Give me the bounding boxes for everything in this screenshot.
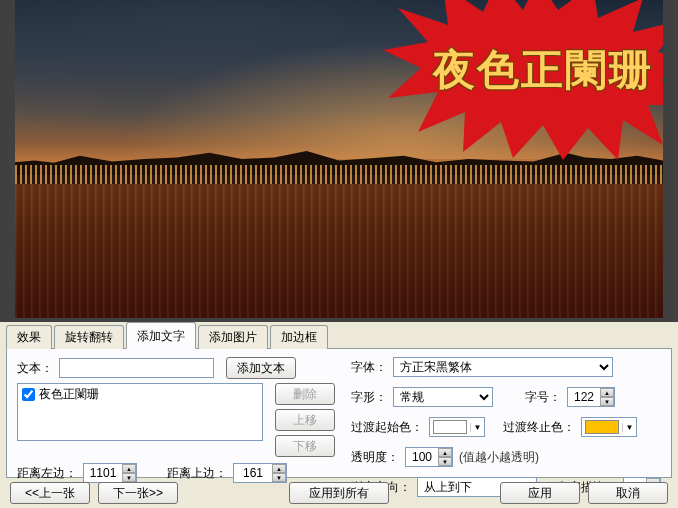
grad-end-label: 过渡终止色：	[503, 419, 575, 436]
apply-button[interactable]: 应用	[500, 482, 580, 504]
settings-panel: 文本： 添加文本 夜色正闌珊 删除 上移 下移 距离左边：	[6, 348, 672, 478]
dist-left-input[interactable]	[84, 464, 122, 482]
chevron-down-icon[interactable]: ▼	[622, 423, 636, 432]
delete-button[interactable]: 删除	[275, 383, 335, 405]
tab-addborder[interactable]: 加边框	[270, 325, 328, 349]
font-label: 字体：	[351, 359, 387, 376]
spin-down-icon[interactable]: ▼	[438, 457, 452, 466]
list-item[interactable]: 夜色正闌珊	[18, 384, 262, 405]
dist-left-label: 距离左边：	[17, 465, 77, 482]
add-text-button[interactable]: 添加文本	[226, 357, 296, 379]
style-label: 字形：	[351, 389, 387, 406]
movedown-button[interactable]: 下移	[275, 435, 335, 457]
cancel-button[interactable]: 取消	[588, 482, 668, 504]
list-item-label: 夜色正闌珊	[39, 386, 99, 403]
spin-up-icon[interactable]: ▲	[122, 464, 136, 473]
opacity-hint: (值越小越透明)	[459, 449, 539, 466]
spin-up-icon[interactable]: ▲	[438, 448, 452, 457]
image-canvas: 夜色正闌珊	[15, 0, 663, 318]
size-spinner[interactable]: ▲▼	[567, 387, 615, 407]
tab-rotate[interactable]: 旋转翻转	[54, 325, 124, 349]
grad-end-color[interactable]: ▼	[581, 417, 637, 437]
text-label: 文本：	[17, 360, 53, 377]
preview-area: 夜色正闌珊	[0, 0, 678, 322]
spin-down-icon[interactable]: ▼	[600, 397, 614, 406]
size-input[interactable]	[568, 388, 600, 406]
grad-start-label: 过渡起始色：	[351, 419, 423, 436]
opacity-label: 透明度：	[351, 449, 399, 466]
grad-start-color[interactable]: ▼	[429, 417, 485, 437]
spin-down-icon[interactable]: ▼	[272, 473, 286, 482]
next-button[interactable]: 下一张>>	[98, 482, 178, 504]
dist-top-spinner[interactable]: ▲▼	[233, 463, 287, 483]
dist-top-label: 距离上边：	[167, 465, 227, 482]
spin-up-icon[interactable]: ▲	[600, 388, 614, 397]
spin-down-icon[interactable]: ▼	[122, 473, 136, 482]
bottom-bar: <<上一张 下一张>> 应用到所有 应用 取消	[0, 478, 678, 508]
list-item-checkbox[interactable]	[22, 388, 35, 401]
moveup-button[interactable]: 上移	[275, 409, 335, 431]
text-list[interactable]: 夜色正闌珊	[17, 383, 263, 441]
dist-left-spinner[interactable]: ▲▼	[83, 463, 137, 483]
size-label: 字号：	[525, 389, 561, 406]
chevron-down-icon[interactable]: ▼	[470, 423, 484, 432]
tab-addtext[interactable]: 添加文字	[126, 322, 196, 349]
font-select[interactable]: 方正宋黑繁体	[393, 357, 613, 377]
dist-top-input[interactable]	[234, 464, 272, 482]
apply-all-button[interactable]: 应用到所有	[289, 482, 389, 504]
opacity-input[interactable]	[406, 448, 438, 466]
style-select[interactable]: 常规	[393, 387, 493, 407]
tab-effect[interactable]: 效果	[6, 325, 52, 349]
overlay-text[interactable]: 夜色正闌珊	[433, 42, 653, 98]
tabs-row: 效果 旋转翻转 添加文字 添加图片 加边框	[0, 322, 678, 348]
prev-button[interactable]: <<上一张	[10, 482, 90, 504]
opacity-spinner[interactable]: ▲▼	[405, 447, 453, 467]
spin-up-icon[interactable]: ▲	[272, 464, 286, 473]
tab-addimage[interactable]: 添加图片	[198, 325, 268, 349]
text-input[interactable]	[59, 358, 214, 378]
